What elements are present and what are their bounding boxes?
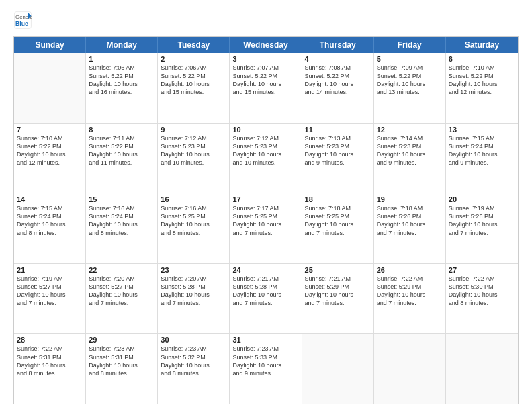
day-number: 5 — [377, 55, 443, 63]
cell-info: Sunrise: 7:19 AMSunset: 5:27 PMDaylight:… — [17, 275, 83, 308]
day-number: 4 — [305, 55, 371, 63]
day-number: 20 — [449, 195, 515, 203]
calendar-cell: 9Sunrise: 7:12 AMSunset: 5:23 PMDaylight… — [158, 124, 230, 193]
day-number: 23 — [161, 266, 226, 274]
cell-info: Sunrise: 7:09 AMSunset: 5:22 PMDaylight:… — [377, 64, 443, 97]
cell-info: Sunrise: 7:23 AMSunset: 5:31 PMDaylight:… — [89, 345, 154, 377]
calendar-row: 7Sunrise: 7:10 AMSunset: 5:22 PMDaylight… — [14, 124, 518, 194]
calendar-cell: 2Sunrise: 7:06 AMSunset: 5:22 PMDaylight… — [158, 53, 230, 123]
day-number: 27 — [449, 266, 515, 274]
day-number: 14 — [17, 195, 83, 203]
day-number: 1 — [89, 55, 154, 63]
svg-text:Blue: Blue — [15, 20, 28, 27]
calendar-cell — [374, 334, 446, 404]
logo: General Blue — [13, 11, 32, 30]
calendar-row: 21Sunrise: 7:19 AMSunset: 5:27 PMDayligh… — [14, 264, 518, 334]
cell-info: Sunrise: 7:23 AMSunset: 5:33 PMDaylight:… — [232, 345, 298, 377]
calendar-header-cell: Saturday — [446, 37, 518, 53]
cell-info: Sunrise: 7:22 AMSunset: 5:30 PMDaylight:… — [449, 275, 515, 308]
cell-info: Sunrise: 7:23 AMSunset: 5:32 PMDaylight:… — [161, 345, 226, 377]
calendar-cell: 5Sunrise: 7:09 AMSunset: 5:22 PMDaylight… — [374, 53, 446, 123]
calendar-header-cell: Thursday — [302, 37, 374, 53]
calendar-header-cell: Friday — [374, 37, 446, 53]
calendar-cell: 26Sunrise: 7:22 AMSunset: 5:29 PMDayligh… — [374, 264, 446, 334]
day-number: 31 — [232, 336, 298, 344]
logo-icon: General Blue — [13, 11, 32, 30]
calendar-cell: 7Sunrise: 7:10 AMSunset: 5:22 PMDaylight… — [14, 124, 86, 193]
cell-info: Sunrise: 7:15 AMSunset: 5:24 PMDaylight:… — [17, 204, 83, 237]
cell-info: Sunrise: 7:16 AMSunset: 5:24 PMDaylight:… — [89, 204, 154, 237]
day-number: 12 — [377, 126, 443, 134]
cell-info: Sunrise: 7:20 AMSunset: 5:28 PMDaylight:… — [161, 275, 226, 308]
cell-info: Sunrise: 7:14 AMSunset: 5:23 PMDaylight:… — [377, 134, 443, 167]
calendar-row: 14Sunrise: 7:15 AMSunset: 5:24 PMDayligh… — [14, 193, 518, 264]
cell-info: Sunrise: 7:22 AMSunset: 5:31 PMDaylight:… — [17, 345, 83, 377]
cell-info: Sunrise: 7:18 AMSunset: 5:26 PMDaylight:… — [377, 204, 443, 237]
calendar-cell: 19Sunrise: 7:18 AMSunset: 5:26 PMDayligh… — [374, 193, 446, 263]
cell-info: Sunrise: 7:21 AMSunset: 5:29 PMDaylight:… — [305, 275, 371, 308]
cell-info: Sunrise: 7:08 AMSunset: 5:22 PMDaylight:… — [305, 64, 371, 97]
calendar-cell: 22Sunrise: 7:20 AMSunset: 5:27 PMDayligh… — [86, 264, 158, 334]
calendar-row: 28Sunrise: 7:22 AMSunset: 5:31 PMDayligh… — [14, 334, 518, 404]
calendar-cell: 4Sunrise: 7:08 AMSunset: 5:22 PMDaylight… — [302, 53, 374, 123]
calendar-cell: 27Sunrise: 7:22 AMSunset: 5:30 PMDayligh… — [446, 264, 518, 334]
day-number: 15 — [89, 195, 154, 203]
day-number: 3 — [232, 55, 298, 63]
day-number: 13 — [449, 126, 515, 134]
day-number: 21 — [17, 266, 83, 274]
calendar-cell: 21Sunrise: 7:19 AMSunset: 5:27 PMDayligh… — [14, 264, 86, 334]
cell-info: Sunrise: 7:15 AMSunset: 5:24 PMDaylight:… — [449, 134, 515, 167]
calendar-cell: 8Sunrise: 7:11 AMSunset: 5:22 PMDaylight… — [86, 124, 158, 193]
calendar-row: 1Sunrise: 7:06 AMSunset: 5:22 PMDaylight… — [14, 53, 518, 124]
calendar-cell: 24Sunrise: 7:21 AMSunset: 5:28 PMDayligh… — [230, 264, 302, 334]
calendar-header-cell: Monday — [86, 37, 158, 53]
day-number: 25 — [305, 266, 371, 274]
calendar-cell: 15Sunrise: 7:16 AMSunset: 5:24 PMDayligh… — [86, 193, 158, 263]
day-number: 6 — [449, 55, 515, 63]
calendar-cell: 29Sunrise: 7:23 AMSunset: 5:31 PMDayligh… — [86, 334, 158, 404]
cell-info: Sunrise: 7:19 AMSunset: 5:26 PMDaylight:… — [449, 204, 515, 237]
cell-info: Sunrise: 7:12 AMSunset: 5:23 PMDaylight:… — [232, 134, 298, 167]
cell-info: Sunrise: 7:13 AMSunset: 5:23 PMDaylight:… — [305, 134, 371, 167]
calendar-body: 1Sunrise: 7:06 AMSunset: 5:22 PMDaylight… — [14, 53, 518, 404]
calendar-cell: 18Sunrise: 7:18 AMSunset: 5:25 PMDayligh… — [302, 193, 374, 263]
calendar-cell — [302, 334, 374, 404]
day-number: 2 — [161, 55, 226, 63]
calendar-cell — [14, 53, 86, 123]
calendar-cell: 6Sunrise: 7:10 AMSunset: 5:22 PMDaylight… — [446, 53, 518, 123]
cell-info: Sunrise: 7:10 AMSunset: 5:22 PMDaylight:… — [17, 134, 83, 167]
cell-info: Sunrise: 7:07 AMSunset: 5:22 PMDaylight:… — [232, 64, 298, 97]
calendar-cell — [446, 334, 518, 404]
cell-info: Sunrise: 7:06 AMSunset: 5:22 PMDaylight:… — [161, 64, 226, 97]
calendar-cell: 14Sunrise: 7:15 AMSunset: 5:24 PMDayligh… — [14, 193, 86, 263]
calendar: SundayMondayTuesdayWednesdayThursdayFrid… — [13, 36, 519, 404]
cell-info: Sunrise: 7:18 AMSunset: 5:25 PMDaylight:… — [305, 204, 371, 237]
calendar-header-cell: Sunday — [14, 37, 86, 53]
calendar-cell: 3Sunrise: 7:07 AMSunset: 5:22 PMDaylight… — [230, 53, 302, 123]
day-number: 18 — [305, 195, 371, 203]
calendar-header-cell: Wednesday — [230, 37, 302, 53]
calendar-cell: 20Sunrise: 7:19 AMSunset: 5:26 PMDayligh… — [446, 193, 518, 263]
day-number: 11 — [305, 126, 371, 134]
calendar-cell: 10Sunrise: 7:12 AMSunset: 5:23 PMDayligh… — [230, 124, 302, 193]
day-number: 24 — [232, 266, 298, 274]
calendar-cell: 30Sunrise: 7:23 AMSunset: 5:32 PMDayligh… — [158, 334, 230, 404]
cell-info: Sunrise: 7:06 AMSunset: 5:22 PMDaylight:… — [89, 64, 154, 97]
calendar-cell: 28Sunrise: 7:22 AMSunset: 5:31 PMDayligh… — [14, 334, 86, 404]
calendar-cell: 11Sunrise: 7:13 AMSunset: 5:23 PMDayligh… — [302, 124, 374, 193]
calendar-cell: 31Sunrise: 7:23 AMSunset: 5:33 PMDayligh… — [230, 334, 302, 404]
day-number: 7 — [17, 126, 83, 134]
day-number: 16 — [161, 195, 226, 203]
cell-info: Sunrise: 7:17 AMSunset: 5:25 PMDaylight:… — [232, 204, 298, 237]
calendar-cell: 25Sunrise: 7:21 AMSunset: 5:29 PMDayligh… — [302, 264, 374, 334]
calendar-cell: 16Sunrise: 7:16 AMSunset: 5:25 PMDayligh… — [158, 193, 230, 263]
day-number: 26 — [377, 266, 443, 274]
day-number: 30 — [161, 336, 226, 344]
day-number: 28 — [17, 336, 83, 344]
cell-info: Sunrise: 7:22 AMSunset: 5:29 PMDaylight:… — [377, 275, 443, 308]
calendar-cell: 1Sunrise: 7:06 AMSunset: 5:22 PMDaylight… — [86, 53, 158, 123]
calendar-cell: 23Sunrise: 7:20 AMSunset: 5:28 PMDayligh… — [158, 264, 230, 334]
page-header: General Blue — [13, 11, 519, 30]
day-number: 29 — [89, 336, 154, 344]
cell-info: Sunrise: 7:12 AMSunset: 5:23 PMDaylight:… — [161, 134, 226, 167]
